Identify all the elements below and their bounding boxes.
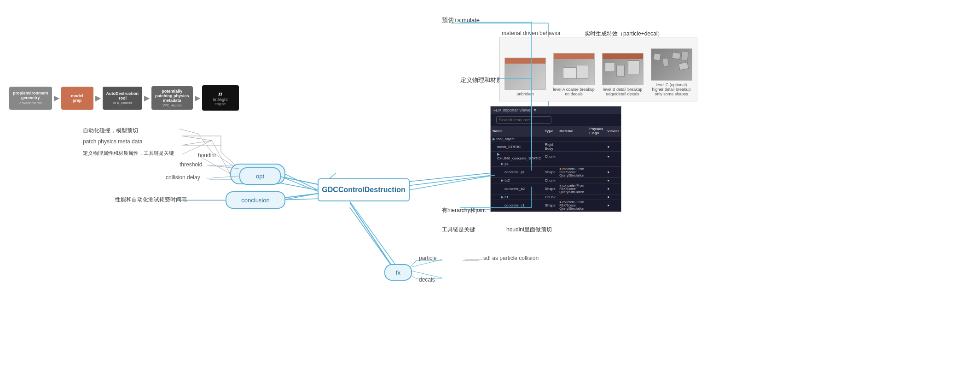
level-c-img (651, 48, 692, 81)
table-row: concrete_c1 Shape ■ concrete (From FBX/S… (491, 200, 621, 211)
table-row: ▶ root_object (491, 136, 621, 142)
screenshot-search-input[interactable] (496, 116, 551, 124)
svg-line-46 (281, 177, 318, 191)
svg-line-48 (350, 201, 395, 264)
level-unbroken-img (504, 58, 546, 90)
label-tool-key: 工具链是关键 (442, 226, 475, 234)
table-row: ▶ c1 Chunk● (491, 194, 621, 200)
label-precut-simulate: 预切+simulate (442, 16, 480, 24)
screenshot-header: FBX Importer Viewer ▼ (491, 106, 621, 114)
pipe-arrow-2: ▶ (95, 94, 101, 102)
label-sdf-collision: sdf as particle collision (483, 255, 539, 261)
level-b-label: level B detail breakup edge/detail decal… (602, 87, 644, 96)
pipe-arrow-4: ▶ (195, 94, 200, 102)
table-row: mesh_STATIC Rigid Body● (491, 142, 621, 152)
label-threshold: threshold (180, 161, 202, 168)
label-decals: decals (419, 277, 435, 283)
node-fx[interactable]: fx (384, 264, 412, 281)
table-row: concrete_p1 Shape ■ concrete (From FBX/S… (491, 167, 621, 178)
col-viewer: Viewer (605, 126, 621, 136)
label-houdini-precut: houdini里面做预切 (506, 226, 552, 234)
pipeline-flow: prop/environmentgeometry environments ▶ … (9, 85, 239, 111)
svg-line-35 (182, 136, 212, 141)
svg-line-27 (198, 134, 212, 152)
pipe-autodestructiontool: AutoDestructionTool VFX_Houdini (103, 87, 143, 110)
svg-line-36 (182, 141, 212, 145)
screenshot-table: Name Type Material Physics Flags Viewer … (491, 126, 621, 212)
label-define-physics-key: 定义物理属性和材质属性，工具链是关键 (83, 150, 174, 157)
table-row: ▶ c3 (491, 211, 621, 212)
table-row: ▶ CHUNK_concrete_STATIC Chunk● (491, 152, 621, 161)
level-unbroken: unbroken (504, 58, 546, 96)
level-b-img (602, 53, 644, 85)
svg-line-38 (200, 157, 230, 174)
level-a: level A coarse breakup no decals (553, 53, 595, 96)
table-row: ▶ p1 (491, 161, 621, 167)
screenshot-table-container: Name Type Material Physics Flags Viewer … (491, 126, 621, 212)
pipe-patching-physics: potentiallypatching physicsmetadata VFX_… (151, 86, 193, 110)
levels-panel: unbroken level A coarse breakup no decal… (499, 37, 697, 101)
label-conclusion-perf: 性能和自动化测试耗费时间高 (115, 196, 187, 204)
svg-line-26 (180, 129, 198, 134)
label-auto-collision: 自动化碰撞，模型预切 (83, 127, 138, 135)
pipe-arrow-3: ▶ (144, 94, 150, 102)
label-particle: particle (419, 255, 437, 261)
level-b: level B detail breakup edge/detail decal… (602, 53, 644, 96)
pipe-model-prep: modelprep (61, 87, 93, 110)
col-name: Name (491, 126, 543, 136)
level-c: level C (optional) higher detail breakup… (650, 48, 692, 96)
svg-line-32 (350, 203, 396, 272)
node-conclusion[interactable]: conclusion (226, 191, 285, 209)
svg-line-39 (410, 175, 495, 190)
pipe-geometry: prop/environmentgeometry environments (9, 87, 52, 110)
node-opt[interactable]: opt (239, 167, 281, 185)
level-a-label: level A coarse breakup no decals (553, 87, 595, 96)
label-collision-delay: collision delay (166, 174, 200, 181)
screenshot-panel: FBX Importer Viewer ▼ Name Type Material… (490, 106, 621, 212)
svg-line-33 (285, 174, 318, 190)
label-houdini: houdini (198, 152, 216, 159)
svg-line-4 (350, 207, 396, 272)
level-c-label: level C (optional) higher detail breakup… (650, 82, 692, 96)
node-center[interactable]: GDCControlDestruction (318, 178, 410, 201)
table-row: ▶ bt2 Chunk● (491, 178, 621, 183)
level-unbroken-label: unbroken (516, 92, 534, 96)
level-a-img (553, 53, 595, 85)
label-patch-physics: patch physics meta data (83, 138, 142, 145)
screenshot-search-container (491, 114, 621, 126)
svg-line-47 (284, 194, 318, 200)
pipe-arrow-1: ▶ (54, 94, 59, 102)
label-hierarchy-joint: 有hierarchy和joint (442, 206, 486, 214)
table-row: concrete_b2 Shape ■ concrete (From FBX/S… (491, 183, 621, 194)
col-flags: Physics Flags (587, 126, 605, 136)
col-type: Type (543, 126, 558, 136)
pipe-northlight: n örthlight engine (202, 85, 239, 111)
label-material-driven: material driven behavior (502, 30, 561, 36)
col-material: Material (557, 126, 587, 136)
